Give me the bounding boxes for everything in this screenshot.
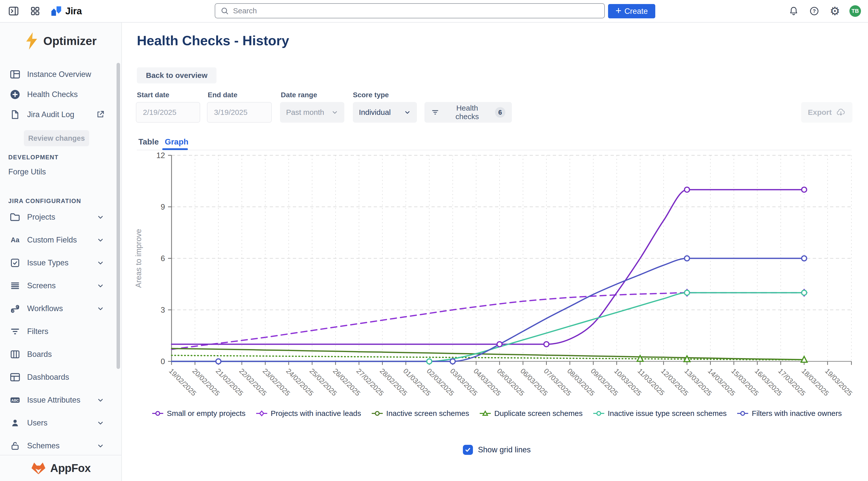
legend-item-projects-with-inactive-leads[interactable]: Projects with inactive leads bbox=[256, 409, 361, 418]
svg-text:Areas to improve: Areas to improve bbox=[134, 229, 143, 288]
start-date-label: Start date bbox=[137, 91, 169, 99]
create-button[interactable]: + Create bbox=[608, 4, 655, 18]
sidebar-item-projects[interactable]: Projects bbox=[0, 206, 121, 229]
svg-text:ABC: ABC bbox=[11, 398, 19, 402]
export-button[interactable]: Export bbox=[801, 102, 852, 123]
search-input[interactable] bbox=[232, 6, 599, 15]
sidebar-item-health-checks[interactable]: Health Checks bbox=[0, 85, 121, 104]
sidebar-item-workflows[interactable]: Workflows bbox=[0, 297, 121, 320]
legend-marker-icon bbox=[593, 410, 605, 417]
sidebar-toggle-icon[interactable] bbox=[7, 5, 20, 17]
sidebar-item-screens[interactable]: Screens bbox=[0, 274, 121, 297]
help-icon[interactable]: ? bbox=[808, 5, 820, 17]
legend-marker-icon bbox=[152, 410, 164, 417]
external-link-icon bbox=[96, 110, 106, 120]
sidebar-item-issue-types[interactable]: Issue Types bbox=[0, 251, 121, 274]
cloud-download-icon bbox=[836, 107, 846, 117]
sidebar-scrollbar[interactable] bbox=[117, 63, 120, 369]
chevron-down-icon bbox=[97, 442, 104, 450]
search-icon bbox=[220, 6, 229, 15]
date-range-select[interactable]: Past month bbox=[280, 102, 344, 123]
sidebar-section-development: DEVELOPMENT bbox=[0, 153, 121, 162]
legend-item-filters-with-inactive-owners[interactable]: Filters with inactive owners bbox=[737, 409, 842, 418]
optimizer-logo: Optimizer bbox=[0, 32, 121, 50]
filter-icon bbox=[9, 325, 21, 337]
user-avatar[interactable]: TB bbox=[849, 5, 861, 17]
sidebar-item-schemes[interactable]: Schemes bbox=[0, 434, 121, 457]
svg-text:Aa: Aa bbox=[11, 236, 20, 244]
sidebar-nav-sections: DEVELOPMENTForge UtilsJIRA CONFIGURATION… bbox=[0, 153, 121, 457]
sidebar-section-jira-configuration: JIRA CONFIGURATION bbox=[0, 197, 121, 206]
legend-marker-icon bbox=[371, 410, 383, 417]
legend-marker-icon bbox=[479, 410, 491, 417]
fox-icon bbox=[31, 462, 46, 475]
sidebar-item-custom-fields[interactable]: AaCustom Fields bbox=[0, 229, 121, 251]
show-grid-lines-label: Show grid lines bbox=[478, 445, 531, 454]
chevron-down-icon bbox=[97, 259, 104, 267]
jira-logo[interactable]: Jira bbox=[51, 5, 82, 17]
end-date-input[interactable] bbox=[207, 102, 272, 123]
abc-icon: ABC bbox=[9, 394, 21, 406]
legend-item-small-or-empty-projects[interactable]: Small or empty projects bbox=[152, 409, 245, 418]
top-nav-bar: Jira + Create ? ⚙ TB bbox=[0, 0, 868, 23]
series-projects-with-inactive-leads bbox=[172, 293, 804, 349]
panel-icon bbox=[9, 68, 21, 81]
sidebar-item-forge-utils[interactable]: Forge Utils bbox=[0, 162, 121, 182]
sidebar: Optimizer Instance OverviewHealth Checks… bbox=[0, 22, 122, 481]
appfox-logo: AppFox bbox=[0, 455, 121, 481]
appfox-wordmark: AppFox bbox=[50, 462, 91, 475]
svg-text:12: 12 bbox=[156, 151, 165, 160]
columns-icon bbox=[9, 348, 21, 360]
health-checks-filter-button[interactable]: Health checks 6 bbox=[425, 102, 512, 123]
chevron-down-icon bbox=[97, 396, 104, 404]
show-grid-lines-row: Show grid lines bbox=[126, 445, 868, 455]
svg-text:?: ? bbox=[813, 8, 816, 14]
history-line-chart: 03691219/02/202520/02/202521/02/202522/0… bbox=[126, 148, 868, 437]
review-changes-button[interactable]: Review changes bbox=[24, 130, 89, 146]
sidebar-item-instance-overview[interactable]: Instance Overview bbox=[0, 64, 121, 85]
plus-circle-icon bbox=[9, 88, 21, 100]
dashboard-icon bbox=[9, 371, 21, 383]
start-date-input[interactable] bbox=[136, 102, 200, 123]
sidebar-nav-top: Instance OverviewHealth ChecksJira Audit… bbox=[0, 64, 121, 125]
chart-legend: Small or empty projectsProjects with ina… bbox=[126, 409, 868, 418]
chevron-down-icon bbox=[97, 236, 104, 244]
checkbox-icon bbox=[9, 257, 21, 269]
optimizer-wordmark: Optimizer bbox=[43, 34, 96, 48]
sidebar-item-users[interactable]: Users bbox=[0, 411, 121, 434]
sidebar-item-filters[interactable]: Filters bbox=[0, 320, 121, 343]
sidebar-item-jira-audit-log[interactable]: Jira Audit Log bbox=[0, 104, 121, 125]
lock-icon bbox=[9, 440, 21, 452]
sidebar-item-issue-attributes[interactable]: ABCIssue Attributes bbox=[0, 389, 121, 411]
legend-item-inactive-screen-schemes[interactable]: Inactive screen schemes bbox=[371, 409, 469, 418]
rows-icon bbox=[9, 280, 21, 292]
date-range-label: Date range bbox=[281, 91, 317, 99]
back-to-overview-button[interactable]: Back to overview bbox=[137, 67, 217, 84]
workflow-icon bbox=[9, 303, 21, 314]
sidebar-item-boards[interactable]: Boards bbox=[0, 343, 121, 366]
score-type-select[interactable]: Individual bbox=[353, 102, 417, 123]
settings-gear-icon[interactable]: ⚙ bbox=[829, 5, 841, 17]
show-grid-lines-checkbox[interactable] bbox=[463, 445, 473, 455]
tab-graph[interactable]: Graph bbox=[165, 137, 188, 147]
aa-icon: Aa bbox=[9, 234, 21, 246]
folder-icon bbox=[9, 211, 21, 223]
health-checks-count-badge: 6 bbox=[495, 107, 505, 118]
tab-table[interactable]: Table bbox=[138, 137, 159, 147]
svg-text:6: 6 bbox=[161, 254, 165, 263]
svg-text:3: 3 bbox=[161, 306, 165, 314]
legend-marker-icon bbox=[737, 410, 749, 417]
chevron-down-icon bbox=[97, 213, 104, 221]
chevron-down-icon bbox=[97, 419, 104, 427]
filter-icon bbox=[431, 108, 439, 117]
sidebar-item-dashboards[interactable]: Dashboards bbox=[0, 366, 121, 389]
legend-marker-icon bbox=[256, 410, 268, 417]
search-bar[interactable] bbox=[215, 3, 605, 18]
notifications-bell-icon[interactable] bbox=[787, 5, 800, 17]
legend-item-inactive-issue-type-screen-schemes[interactable]: Inactive issue type screen schemes bbox=[593, 409, 727, 418]
svg-text:9: 9 bbox=[161, 203, 165, 211]
legend-item-duplicate-screen-schemes[interactable]: Duplicate screen schemes bbox=[479, 409, 583, 418]
app-switcher-icon[interactable] bbox=[29, 5, 41, 17]
user-icon bbox=[9, 417, 21, 429]
score-type-label: Score type bbox=[353, 91, 389, 99]
